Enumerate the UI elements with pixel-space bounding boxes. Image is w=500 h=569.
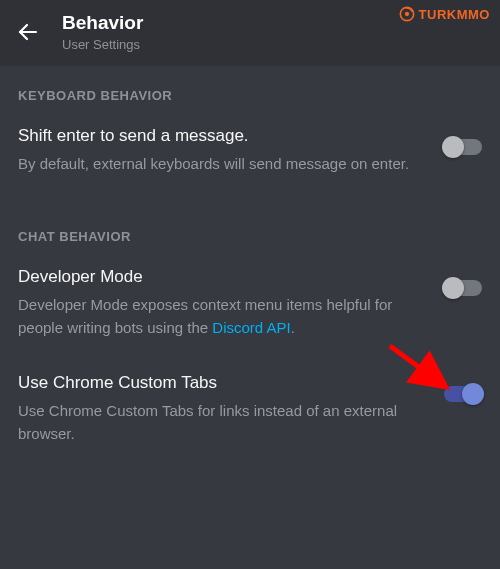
setting-description: By default, external keyboards will send… <box>18 152 430 175</box>
toggle-shift-enter[interactable] <box>444 139 482 155</box>
desc-text: . <box>291 319 295 336</box>
setting-title: Shift enter to send a message. <box>18 125 430 148</box>
watermark-text: TURKMMO <box>419 7 490 22</box>
watermark-brand: TURKMMO <box>399 6 490 22</box>
page-subtitle: User Settings <box>62 37 143 52</box>
toggle-chrome-custom-tabs[interactable] <box>444 386 482 402</box>
setting-title: Developer Mode <box>18 266 430 289</box>
setting-chrome-custom-tabs: Use Chrome Custom Tabs Use Chrome Custom… <box>0 358 500 463</box>
section-label-keyboard: KEYBOARD BEHAVIOR <box>0 66 500 111</box>
page-title: Behavior <box>62 12 143 35</box>
setting-developer-mode: Developer Mode Developer Mode exposes co… <box>0 252 500 357</box>
back-arrow-icon[interactable] <box>16 20 40 44</box>
svg-point-2 <box>404 12 408 16</box>
discord-api-link[interactable]: Discord API <box>212 319 290 336</box>
toggle-knob <box>442 136 464 158</box>
section-label-chat: CHAT BEHAVIOR <box>0 207 500 252</box>
setting-shift-enter: Shift enter to send a message. By defaul… <box>0 111 500 193</box>
toggle-knob <box>442 277 464 299</box>
desc-text: Developer Mode exposes context menu item… <box>18 296 392 336</box>
setting-description: Use Chrome Custom Tabs for links instead… <box>18 399 430 446</box>
setting-title: Use Chrome Custom Tabs <box>18 372 430 395</box>
setting-description: Developer Mode exposes context menu item… <box>18 293 430 340</box>
toggle-knob <box>462 383 484 405</box>
toggle-developer-mode[interactable] <box>444 280 482 296</box>
